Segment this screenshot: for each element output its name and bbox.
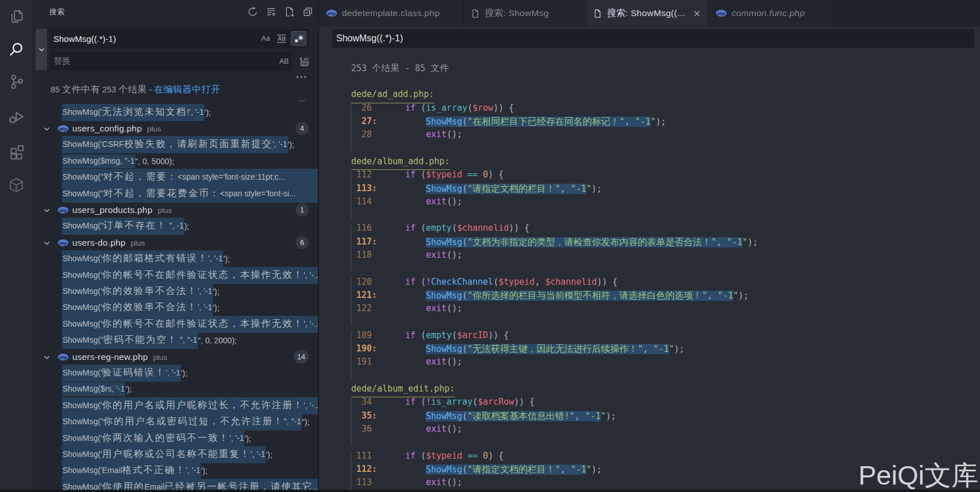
match-result-row[interactable]: ShowMsg("你的用户名或密码过短，不允许注册！", "-1"); [32,414,318,431]
search-editor-content[interactable]: 253 个结果 - 85 文件dede/ad_add.php:26 if (is… [319,0,980,492]
editor-match-highlight: ShowMsg("无法获得主键，因此无法进行后续操作！", "-1 [426,344,668,354]
source-control-icon[interactable] [0,66,32,96]
file-name: users-reg-new.phpplus [72,348,168,365]
svg-text:php: php [59,126,67,131]
match-text: ShowMsg('你两次输入的密码不一致！', '-1'); [62,430,251,447]
match-post: "); [302,417,310,427]
match-text: ShowMsg("你的用户名或密码过短，不允许注册！", "-1"); [62,414,309,431]
match-highlight: ShowMsg('你的邮箱格式有错误！', '-1 [62,250,223,268]
preserve-case-icon[interactable]: AB [278,54,290,69]
file-result-row[interactable]: phpusers_config.phpplus4 [32,120,318,137]
editor-line: 26 if (is_array($row)) { [319,102,980,115]
match-case-icon[interactable]: Aa [260,31,271,46]
file-result-row[interactable]: phpusers-reg-new.phpplus14 [32,348,318,365]
sidebar-editor-divider[interactable] [318,0,319,492]
package-icon[interactable] [0,170,32,200]
extensions-icon[interactable] [0,136,32,166]
svg-text:Ab: Ab [277,34,285,41]
regex-icon[interactable] [291,31,306,46]
match-result-row[interactable]: ShowMsg("订单不存在！ ", -1); [32,218,318,235]
match-result-row[interactable]: ShowMsg('CSRF校验失败，请刷新页面重新提交', '-1'); [32,137,318,153]
refresh-icon[interactable] [247,6,258,17]
vscode-window: 搜索 [0,0,980,492]
file-dir: plus [158,206,172,215]
line-code: exit(); [384,302,462,315]
match-result-row[interactable]: ShowMsg("对不起，需要：<span style='font-size:1… [32,169,318,186]
match-highlight: ShowMsg('验证码错误！', '-1 [62,365,181,382]
match-highlight: ShowMsg("对不起，需要花费金币：<span style='font-si… [62,185,318,203]
match-result-row[interactable]: ShowMsg('你的效验串不合法！', '-1'); [32,283,318,300]
match-result-row[interactable]: ShowMsg("密码不能为空！ ", "-1", 0, 2000); [32,332,318,349]
match-result-row[interactable]: ShowMsg('你的效验串不合法！', '-1'); [32,300,318,316]
match-highlight: ShowMsg("订单不存在！ ", -1 [62,218,184,235]
explorer-icon[interactable] [0,1,32,31]
line-code: ShowMsg("请指定文档的栏目！", "-1"); [384,463,602,476]
match-result-row[interactable]: ShowMsg($rs, '-1'); [32,381,318,398]
match-post: '); [125,385,131,394]
line-code: if (!CheckChannel($typeid, $channelid)) … [384,276,617,289]
editor-line: 114 exit(); [319,195,980,209]
line-code: if (empty($channelid)) { [384,222,530,235]
php-icon: php [57,125,69,133]
svg-text:php: php [59,355,67,360]
activity-bar [0,0,32,492]
match-result-row[interactable]: ShowMsg('你的帐号不在邮件验证状态，本操作无效！', '-... [32,316,318,332]
match-result-row[interactable]: ShowMsg('你两次输入的密码不一致！', '-1'); [32,430,318,447]
match-post: '); [213,287,219,296]
match-text: ShowMsg('验证码错误！', '-1'); [62,365,188,381]
match-text: ShowMsg('无法浏览未知文档!', '-1'); [62,104,211,121]
run-debug-icon[interactable] [0,102,32,131]
line-code: ShowMsg("请指定文档的栏目！", "-1"); [384,182,602,196]
replace-input[interactable]: 替换 AB [49,52,293,71]
php-icon: php [57,206,69,214]
match-result-row[interactable]: ShowMsg('你的用户名或用户昵称过长，不允许注册！', '-... [32,397,318,414]
results-summary: 85 文件中有 253 个结果 - 在编辑器中打开 [50,84,220,96]
match-text: ShowMsg('你的邮箱格式有错误！', '-1'); [62,251,230,268]
watermark: PeiQi文库 [858,458,978,492]
clear-results-icon[interactable] [266,6,277,17]
match-result-row[interactable]: ShowMsg('你的帐号不在邮件验证状态，本操作无效！', '-... [32,267,318,284]
editor-line: 191 exit(); [319,355,980,369]
match-result-row[interactable]: ShowMsg('无法浏览未知文档!', '-1'); [32,104,318,121]
toggle-replace-button[interactable] [36,29,47,70]
toggle-search-details-icon[interactable] [296,72,306,79]
match-text: ShowMsg("对不起，需要花费金币：<span style='font-si… [62,185,318,202]
match-result-row[interactable]: ShowMsg('用户昵称或公司名称不能重复！', '-1'); [32,446,318,463]
line-number: 116 [319,222,372,235]
line-number: 36 [319,423,372,436]
line-number: 111 [319,450,372,463]
match-text: ShowMsg("订单不存在！ ", -1); [62,218,189,235]
match-post: '); [288,140,294,149]
new-search-editor-icon[interactable] [284,6,295,17]
open-in-editor-link[interactable]: 在编辑器中打开 [154,85,221,94]
match-highlight: ShowMsg($rs, '-1 [62,382,125,396]
search-input[interactable]: ShowMsg((.*)-1) Aa Ab [49,29,309,48]
match-result-row[interactable]: ShowMsg('Email格式不正确！', '-1'); [32,463,318,479]
line-number: 191 [319,355,372,369]
match-result-row[interactable]: ShowMsg($msg, "-1", 0, 5000); [32,153,318,169]
match-text: ShowMsg($rs, '-1'); [62,381,132,398]
match-result-row[interactable]: ShowMsg("对不起，需要花费金币：<span style='font-si… [32,185,318,202]
match-post: '); [266,450,272,459]
line-code: exit(); [384,355,462,369]
line-code: ShowMsg("读取档案基本信息出错!", "-1"); [384,409,616,423]
whole-word-icon[interactable]: Ab [275,31,287,46]
line-code: if (empty($arcID)) { [384,329,509,342]
replace-all-icon[interactable]: ab ac [298,56,310,67]
collapse-all-icon[interactable] [302,6,313,17]
chevron-down-icon [43,125,50,133]
match-result-row[interactable]: ShowMsg('你的邮箱格式有错误！', '-1'); [32,251,318,268]
match-text: ShowMsg($msg, "-1", 0, 5000); [62,153,174,169]
line-number: 120 [319,276,372,289]
window-bottom-edge [0,490,980,492]
file-name: users_products.phpplus [72,202,172,218]
match-text: ShowMsg('用户昵称或公司名称不能重复！', '-1'); [62,446,273,463]
match-text: ShowMsg("密码不能为空！ ", "-1", 0, 2000); [62,332,237,349]
match-result-row[interactable]: ShowMsg('验证码错误！', '-1'); [32,365,318,381]
result-count-badge: 4 [295,122,309,135]
editor-line: 116 if (empty($channelid)) { [319,222,980,235]
editor-line: 36 exit(); [319,423,980,436]
search-icon[interactable] [0,34,32,64]
file-result-row[interactable]: phpusers_products.phpplus1 [32,202,318,218]
file-result-row[interactable]: phpusers-do.phpplus6 [32,234,318,251]
